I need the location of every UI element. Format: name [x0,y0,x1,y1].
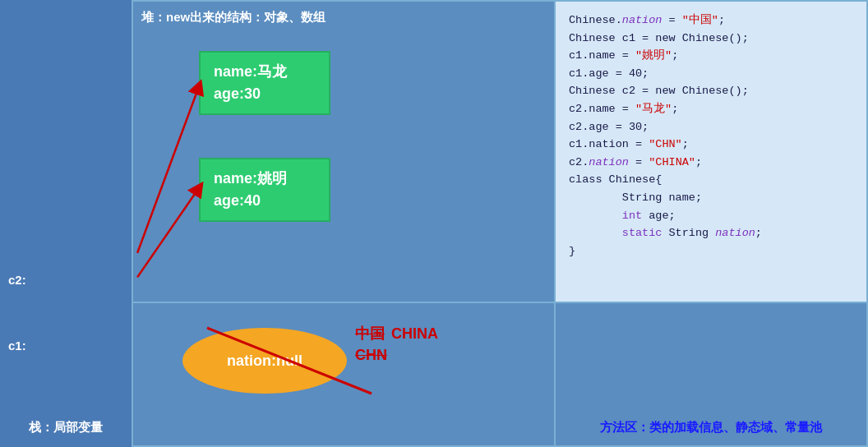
obj-c1-line2: age:40 [214,190,316,212]
heap-area: 堆：new出来的结构：对象、数组 name:马龙 age:30 name:姚明 … [133,2,554,302]
bottom-section: nation:null 中国 CHINA CHN [132,303,868,447]
code-line: c2.name = "马龙"; [569,100,853,118]
nation-values: 中国 CHINA CHN [355,324,438,364]
code-line: Chinese c2 = new Chinese(); [569,82,853,100]
label-c1: c1: [8,339,26,353]
code-line: c2.nation = "CHINA"; [569,154,853,172]
china-text-china: CHINA [391,325,438,343]
main-container: c2: c1: 栈：局部变量 堆：new出来的结构：对象、数组 name:马龙 … [0,0,868,447]
code-line: class Chinese{ [569,171,853,189]
code-line: } [569,242,853,260]
right-content: 堆：new出来的结构：对象、数组 name:马龙 age:30 name:姚明 … [132,0,868,447]
code-line: String name; [569,189,853,207]
code-line: c1.nation = "CHN"; [569,136,853,154]
obj-c2: name:马龙 age:30 [199,51,330,115]
china-text-chn: CHN [355,347,387,363]
code-line: c1.age = 40; [569,65,853,83]
code-line: c2.age = 30; [569,118,853,136]
label-c2: c2: [8,273,26,287]
obj-c1-line1: name:姚明 [214,168,316,190]
code-line: static String nation; [569,224,853,242]
stack-bottom-label: 栈：局部变量 [0,417,132,439]
method-label: 方法区：类的加载信息、静态域、常量池 [600,420,822,435]
obj-c2-line1: name:马龙 [214,61,316,83]
china-text-zhongguo: 中国 [355,324,385,343]
stack-area: nation:null 中国 CHINA CHN [133,303,554,445]
obj-c1: name:姚明 age:40 [199,158,330,222]
nation-oval: nation:null [182,328,347,394]
svg-line-1 [137,87,199,253]
code-panel: Chinese.nation = "中国";Chinese c1 = new C… [554,2,866,302]
code-line: Chinese c1 = new Chinese(); [569,30,853,48]
obj-c2-line2: age:30 [214,83,316,105]
code-line: c1.name = "姚明"; [569,47,853,65]
heap-title: 堆：new出来的结构：对象、数组 [141,10,546,25]
top-section: 堆：new出来的结构：对象、数组 name:马龙 age:30 name:姚明 … [132,0,868,303]
code-line: Chinese.nation = "中国"; [569,12,853,30]
arrows-overlay [133,2,554,302]
left-panel: c2: c1: 栈：局部变量 [0,0,132,447]
code-line: int age; [569,207,853,225]
nation-oval-text: nation:null [227,353,302,370]
svg-line-2 [137,188,199,278]
method-area: 方法区：类的加载信息、静态域、常量池 [554,303,866,445]
